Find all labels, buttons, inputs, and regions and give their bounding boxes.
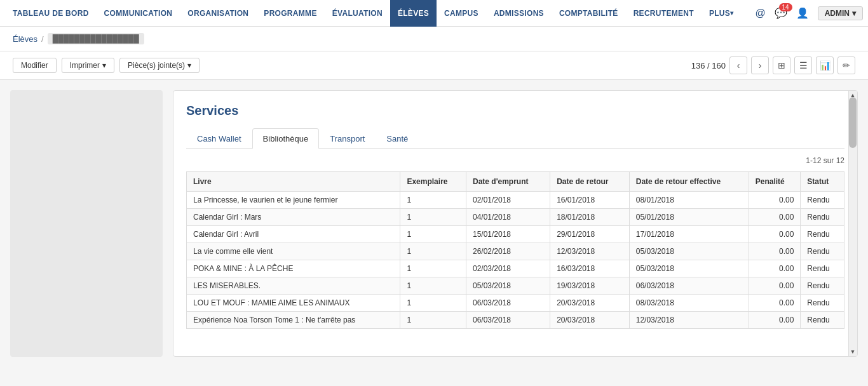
cell-penalite: 0.00 [749, 260, 801, 277]
table-row: LES MISERABLES. 1 05/03/2018 19/03/2018 … [187, 277, 844, 295]
cell-exemplaire[interactable]: 1 [400, 243, 466, 260]
cell-exemplaire[interactable]: 1 [400, 312, 466, 329]
scrollbar[interactable]: ▲ ▼ [848, 91, 857, 356]
cell-penalite: 0.00 [749, 312, 801, 329]
cell-date-retour: 16/03/2018 [550, 260, 630, 277]
nav-evaluation[interactable]: ÉVALUATION [325, 0, 390, 27]
cell-date-retour: 18/01/2018 [550, 209, 630, 226]
prev-page-button[interactable]: ‹ [729, 57, 747, 74]
breadcrumb-parent[interactable]: Élèves [13, 34, 37, 44]
col-exemplaire: Exemplaire [400, 172, 466, 192]
cell-livre: Expérience Noa Torson Tome 1 : Ne t'arrê… [187, 312, 400, 329]
at-icon[interactable]: @ [752, 5, 768, 22]
list-view-button[interactable]: ☰ [794, 57, 812, 74]
nav-campus[interactable]: CAMPUS [437, 0, 486, 27]
cell-date-retour: 20/03/2018 [550, 295, 630, 312]
admin-label: ADMIN [825, 9, 850, 18]
cell-statut: Rendu [801, 209, 844, 226]
top-navigation: TABLEAU DE BORD COMMUNICATION ORGANISATI… [0, 0, 868, 27]
nav-tableau[interactable]: TABLEAU DE BORD [5, 0, 97, 27]
admin-dropdown-arrow: ▾ [852, 9, 856, 18]
breadcrumb-separator: / [41, 34, 44, 44]
cell-statut: Rendu [801, 192, 844, 209]
cell-date-retour: 16/01/2018 [550, 192, 630, 209]
table-row: Expérience Noa Torson Tome 1 : Ne t'arrê… [187, 312, 844, 329]
breadcrumb-current: ████████████████ [48, 33, 144, 44]
cell-statut: Rendu [801, 312, 844, 329]
cell-date-retour: 19/03/2018 [550, 277, 630, 295]
scrollbar-thumb[interactable] [849, 97, 857, 148]
cell-date-emprunt: 05/03/2018 [466, 277, 550, 295]
main-content: Services Cash Wallet Bibliothèque Transp… [0, 80, 868, 367]
cell-date-retour-effective: 05/01/2018 [629, 209, 749, 226]
cell-date-retour-effective: 12/03/2018 [629, 312, 749, 329]
col-livre: Livre [187, 172, 400, 192]
cell-statut: Rendu [801, 226, 844, 243]
table-row: LOU ET MOUF : MAMIE AIME LES ANIMAUX 1 0… [187, 295, 844, 312]
cell-penalite: 0.00 [749, 209, 801, 226]
services-tabs: Cash Wallet Bibliothèque Transport Santé [186, 128, 844, 149]
cell-exemplaire[interactable]: 1 [400, 260, 466, 277]
tab-bibliotheque[interactable]: Bibliothèque [252, 128, 320, 149]
admin-menu[interactable]: ADMIN ▾ [818, 6, 863, 20]
user-avatar-icon: 👤 [794, 4, 811, 22]
nav-admissions[interactable]: ADMISSIONS [486, 0, 552, 27]
grid-view-button[interactable]: ⊞ [773, 57, 790, 74]
cell-exemplaire[interactable]: 1 [400, 277, 466, 295]
imprimer-button[interactable]: Imprimer [62, 58, 114, 73]
cell-date-emprunt: 15/01/2018 [466, 226, 550, 243]
tab-transport[interactable]: Transport [319, 128, 376, 149]
nav-recrutement[interactable]: RECRUTEMENT [626, 0, 702, 27]
nav-communication[interactable]: COMMUNICATION [97, 0, 180, 27]
col-date-retour-effective: Date de retour effective [629, 172, 749, 192]
pagination-info: 1-12 sur 12 [186, 156, 844, 165]
left-panel [10, 90, 163, 357]
toolbar-right: 136 / 160 ‹ › ⊞ ☰ 📊 ✏ [691, 57, 855, 74]
cell-date-emprunt: 06/03/2018 [466, 295, 550, 312]
col-statut: Statut [801, 172, 844, 192]
cell-date-emprunt: 26/02/2018 [466, 243, 550, 260]
cell-date-retour-effective: 06/03/2018 [629, 277, 749, 295]
scroll-down-arrow[interactable]: ▼ [849, 347, 857, 356]
toolbar-bar: Modifier Imprimer Pièce(s) jointe(s) 136… [0, 51, 868, 80]
bibliotheque-table: Livre Exemplaire Date d'emprunt Date de … [186, 171, 844, 329]
modifier-button[interactable]: Modifier [13, 58, 57, 73]
cell-exemplaire[interactable]: 1 [400, 192, 466, 209]
cell-statut: Rendu [801, 277, 844, 295]
pieces-jointes-button[interactable]: Pièce(s) jointe(s) [119, 58, 200, 73]
next-page-button[interactable]: › [751, 57, 769, 74]
cell-livre: La vie comme elle vient [187, 243, 400, 260]
table-row: Calendar Girl : Avril 1 15/01/2018 29/01… [187, 226, 844, 243]
edit-view-button[interactable]: ✏ [837, 57, 855, 74]
nav-eleves[interactable]: ÉLÈVES [390, 0, 437, 27]
cell-statut: Rendu [801, 243, 844, 260]
cell-date-emprunt: 02/01/2018 [466, 192, 550, 209]
cell-exemplaire[interactable]: 1 [400, 295, 466, 312]
cell-date-retour: 20/03/2018 [550, 312, 630, 329]
chart-view-button[interactable]: 📊 [816, 57, 834, 74]
cell-livre: LOU ET MOUF : MAMIE AIME LES ANIMAUX [187, 295, 400, 312]
cell-date-retour-effective: 08/01/2018 [629, 192, 749, 209]
cell-statut: Rendu [801, 260, 844, 277]
cell-penalite: 0.00 [749, 295, 801, 312]
table-row: La Princesse, le vaurien et le jeune fer… [187, 192, 844, 209]
nav-plus[interactable]: PLUS [702, 0, 742, 27]
cell-livre: Calendar Girl : Mars [187, 209, 400, 226]
nav-organisation[interactable]: ORGANISATION [180, 0, 256, 27]
nav-programme[interactable]: PROGRAMME [256, 0, 324, 27]
cell-exemplaire[interactable]: 1 [400, 226, 466, 243]
cell-livre: LES MISERABLES. [187, 277, 400, 295]
tab-sante[interactable]: Santé [376, 128, 419, 149]
tab-cash-wallet[interactable]: Cash Wallet [186, 128, 252, 149]
cell-date-retour: 29/01/2018 [550, 226, 630, 243]
topnav-right-area: @ 💬 14 👤 ADMIN ▾ [752, 4, 863, 22]
cell-livre: POKA & MINE : À LA PÊCHE [187, 260, 400, 277]
chat-icon[interactable]: 💬 14 [775, 7, 787, 19]
cell-date-emprunt: 04/01/2018 [466, 209, 550, 226]
cell-exemplaire[interactable]: 1 [400, 209, 466, 226]
table-row: POKA & MINE : À LA PÊCHE 1 02/03/2018 16… [187, 260, 844, 277]
cell-penalite: 0.00 [749, 226, 801, 243]
nav-comptabilite[interactable]: COMPTABILITÉ [552, 0, 626, 27]
cell-date-emprunt: 06/03/2018 [466, 312, 550, 329]
cell-date-emprunt: 02/03/2018 [466, 260, 550, 277]
